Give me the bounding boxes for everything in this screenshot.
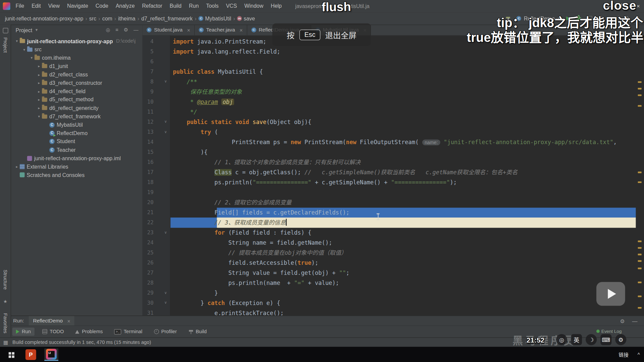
tool-window-switcher-icon[interactable]: ▦: [3, 339, 8, 345]
tree-item-student[interactable]: CStudent: [11, 137, 143, 146]
breadcrumb-item-d7_reflect_framework[interactable]: d7_reflect_framework: [141, 15, 193, 21]
menu-item-view[interactable]: View: [45, 0, 63, 12]
menu-item-edit[interactable]: Edit: [28, 0, 44, 12]
tool-strip-project[interactable]: Project: [2, 37, 8, 53]
tree-arrow-icon[interactable]: ▾: [29, 56, 35, 60]
code-line-17[interactable]: Class c = obj.getClass(); // c.getSimple…: [173, 167, 636, 177]
menu-item-refactor[interactable]: Refactor: [139, 0, 166, 12]
hide-panel-icon[interactable]: —: [133, 27, 139, 33]
menu-item-navigate[interactable]: Navigate: [63, 0, 92, 12]
tree-arrow-icon[interactable]: ▾: [21, 48, 27, 52]
tool-button-terminal[interactable]: >_Terminal: [111, 327, 146, 336]
start-button[interactable]: [4, 349, 18, 361]
code-line-12[interactable]: public static void save(Object obj){: [173, 117, 636, 127]
tray-link-text[interactable]: 链接: [619, 351, 629, 358]
tree-item-external libraries[interactable]: ▸External Libraries: [11, 163, 143, 171]
menu-item-window[interactable]: Window: [241, 0, 267, 12]
recorder-icon-2[interactable]: ☽: [586, 334, 597, 345]
tree-item-d4_reflect_field[interactable]: ▸d4_reflect_field: [11, 87, 143, 96]
code-line-19[interactable]: [173, 187, 636, 197]
breadcrumb-item-save[interactable]: msave: [237, 15, 255, 21]
close-button[interactable]: ×: [637, 0, 640, 12]
breadcrumb-item-com[interactable]: com: [102, 15, 112, 21]
code-line-6[interactable]: [173, 57, 636, 67]
recorder-icon-3[interactable]: ⌨: [600, 334, 611, 345]
tree-item-scratches and consoles[interactable]: Scratches and Consoles: [11, 171, 143, 179]
tree-item-reflectdemo[interactable]: CReflectDemo: [11, 129, 143, 137]
menu-item-help[interactable]: Help: [267, 0, 285, 12]
event-log-indicator[interactable]: Event Log: [596, 329, 622, 334]
tree-arrow-icon[interactable]: ▸: [36, 64, 42, 68]
tree-arrow-icon[interactable]: ▸: [36, 81, 42, 85]
menu-item-run[interactable]: Run: [185, 0, 202, 12]
code-line-15[interactable]: ){: [173, 147, 636, 157]
menu-item-tools[interactable]: Tools: [203, 0, 222, 12]
tool-button-problems[interactable]: Problems: [72, 327, 107, 336]
menu-item-build[interactable]: Build: [166, 0, 185, 12]
code-line-28[interactable]: ps.println(name + "=" + value);: [173, 278, 636, 288]
menu-item-file[interactable]: File: [12, 0, 28, 12]
code-line-16[interactable]: // 1、提取这个对象的全部成员变量：只有反射可以解决: [173, 157, 636, 167]
code-line-7[interactable]: public class MybatisUtil {: [173, 67, 636, 77]
tree-arrow-icon[interactable]: ▸: [36, 98, 42, 102]
run-panel-minimize-icon[interactable]: —: [632, 318, 637, 324]
code-line-27[interactable]: String value = field.get(obj) + "";: [173, 268, 636, 278]
menu-item-code[interactable]: Code: [92, 0, 112, 12]
code-line-29[interactable]: }: [173, 288, 636, 298]
breadcrumb-item-junit-reflect-annotation-proxy-app[interactable]: junit-reflect-annotation-proxy-app: [5, 15, 84, 21]
run-panel-settings-icon[interactable]: ⚙: [620, 318, 625, 324]
menu-item-vcs[interactable]: VCS: [222, 0, 241, 12]
app-logo-icon[interactable]: [3, 2, 10, 10]
tray-expand-caret[interactable]: ^: [638, 352, 640, 357]
breadcrumb-item-src[interactable]: src: [89, 15, 96, 21]
code-line-10[interactable]: * @param obj: [173, 97, 636, 107]
code-line-25[interactable]: // 提取本成员变量在obj对象中的值（取值）: [173, 248, 636, 258]
tool-button-build[interactable]: Build: [184, 327, 210, 336]
code-line-21[interactable]: Field[] fields = c.getDeclaredFields();: [173, 207, 636, 218]
tree-arrow-icon[interactable]: ▾: [36, 114, 42, 118]
breadcrumb-item-mybatisutil[interactable]: CMybatisUtil: [199, 15, 231, 21]
taskbar-intellij[interactable]: IJ: [44, 349, 58, 361]
tab-close-icon[interactable]: ×: [187, 27, 190, 33]
code-line-26[interactable]: field.setAccessible(true);: [173, 258, 636, 268]
error-stripe[interactable]: [636, 35, 644, 315]
tab-close-icon[interactable]: ×: [67, 318, 70, 324]
tool-button-run[interactable]: Run: [12, 327, 35, 336]
breadcrumb-item-itheima[interactable]: itheima: [118, 15, 135, 21]
project-panel-title[interactable]: Project: [16, 27, 33, 33]
code-line-8[interactable]: /**: [173, 77, 636, 87]
code-line-11[interactable]: */: [173, 107, 636, 117]
tool-window-grid-icon[interactable]: [3, 28, 8, 33]
code-line-14[interactable]: PrintStream ps = new PrintStream(new Fil…: [173, 137, 636, 147]
tree-item-d2_reflect_class[interactable]: ▸d2_reflect_class: [11, 70, 143, 79]
code-line-22[interactable]: // 3、获取成员变量的信息: [173, 218, 636, 228]
code-line-18[interactable]: ps.println("===============" + c.getSimp…: [173, 177, 636, 187]
chevron-down-icon[interactable]: ▼: [35, 28, 38, 32]
tree-arrow-icon[interactable]: ▸: [36, 106, 42, 110]
code-line-9[interactable]: 保存任意类型的对象: [173, 87, 636, 97]
tree-item-d3_reflect_constructor[interactable]: ▸d3_reflect_constructor: [11, 79, 143, 87]
tree-item-mybatisutil[interactable]: CMybatisUtil: [11, 121, 143, 129]
run-tab[interactable]: ReflectDemo ×: [29, 316, 74, 326]
code-line-24[interactable]: String name = field.getName();: [173, 238, 636, 248]
panel-settings-icon[interactable]: ⚙: [124, 27, 128, 33]
tree-item-d7_reflect_framework[interactable]: ▾d7_reflect_framework: [11, 112, 143, 121]
recorder-icon-4[interactable]: ⚙: [615, 334, 626, 345]
tab-close-icon[interactable]: ×: [239, 27, 243, 33]
tree-item-junit-reflect-annotation-proxy-app[interactable]: ▾junit-reflect-annotation-proxy-appD:\co…: [11, 37, 143, 45]
tree-item-d1_junit[interactable]: ▸d1_junit: [11, 62, 143, 70]
tree-arrow-icon[interactable]: ▸: [14, 165, 20, 169]
editor-tab-teacher.java[interactable]: CTeacher.java×: [195, 24, 247, 35]
tree-item-d5_reflect_method[interactable]: ▸d5_reflect_method: [11, 96, 143, 104]
collapse-all-icon[interactable]: ≡: [115, 27, 118, 33]
taskbar-powerpoint[interactable]: P: [24, 349, 38, 361]
tree-arrow-icon[interactable]: ▸: [36, 89, 42, 93]
tool-button-profiler[interactable]: Profiler: [150, 327, 181, 336]
locate-icon[interactable]: ◎: [106, 27, 110, 33]
tool-strip-structure[interactable]: Structure: [2, 269, 8, 290]
tree-item-junit-reflect-annotation-proxy-app.iml[interactable]: junit-reflect-annotation-proxy-app.iml: [11, 154, 143, 163]
menu-item-analyze[interactable]: Analyze: [112, 0, 139, 12]
code-line-23[interactable]: for (Field field : fields) {: [173, 228, 636, 238]
code-line-5[interactable]: import java.lang.reflect.Field;: [173, 47, 636, 57]
tree-item-src[interactable]: ▾src: [11, 45, 143, 54]
